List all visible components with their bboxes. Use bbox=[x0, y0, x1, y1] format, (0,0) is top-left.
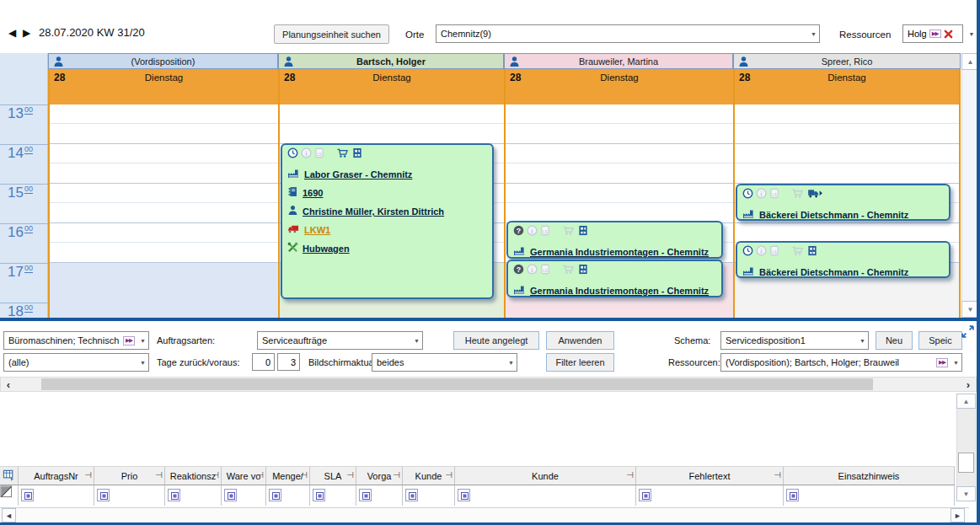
filter-button[interactable] bbox=[97, 489, 110, 501]
cart-icon[interactable] bbox=[562, 224, 576, 239]
more-units-icon[interactable]: ▶▶ bbox=[123, 336, 135, 346]
ls-document-icon[interactable]: LS bbox=[769, 244, 779, 260]
question-icon[interactable]: ? bbox=[513, 224, 524, 239]
filter-leeren-button[interactable]: Filter leeren bbox=[546, 353, 614, 372]
appointment-text[interactable]: Germania Industriemontagen - Chemnitz bbox=[530, 286, 709, 296]
delivery-truck-icon[interactable] bbox=[807, 187, 823, 202]
info-icon[interactable]: i bbox=[527, 224, 538, 239]
machine-icon[interactable] bbox=[352, 147, 362, 162]
pin-icon[interactable]: ⊣ bbox=[256, 470, 264, 479]
filter-button[interactable] bbox=[458, 489, 470, 501]
table-h-scroll-left-button[interactable]: ◄ bbox=[2, 508, 16, 522]
column-header-ware[interactable]: Ware vo⊣ bbox=[222, 466, 266, 485]
more-resources-icon[interactable]: ▶▶ bbox=[929, 29, 941, 39]
day-cell-vordisposition[interactable]: 28Dienstag bbox=[48, 69, 278, 104]
ls-document-icon[interactable]: LS bbox=[540, 224, 550, 239]
h-scroll-left-button[interactable]: ‹ bbox=[2, 378, 15, 391]
filter-button[interactable] bbox=[313, 489, 325, 501]
machine-icon[interactable] bbox=[807, 244, 817, 260]
pin-icon[interactable]: ⊣ bbox=[155, 470, 163, 479]
alle-select[interactable]: (alle) ▼ bbox=[3, 353, 149, 372]
h-scroll-thumb[interactable] bbox=[41, 378, 873, 390]
dropdown-arrow-icon[interactable]: ▼ bbox=[140, 338, 146, 344]
appointment-text[interactable]: Christine Müller, Kirsten Dittrich bbox=[303, 206, 444, 217]
ressourcen2-select[interactable]: (Vordisposition); Bartsch, Holger; Brauw… bbox=[720, 353, 962, 372]
dropdown-arrow-icon[interactable]: ▼ bbox=[953, 360, 959, 366]
table-scroll-down-button[interactable]: ▼ bbox=[956, 486, 976, 501]
filter-button[interactable] bbox=[786, 489, 799, 501]
cart-icon[interactable] bbox=[562, 263, 576, 278]
tage-voraus-input[interactable] bbox=[277, 353, 300, 371]
filter-clear-icon[interactable] bbox=[0, 485, 19, 506]
speichern-button[interactable]: Speic bbox=[918, 331, 962, 350]
dropdown-arrow-icon[interactable]: ▼ bbox=[414, 338, 420, 344]
appointment-text[interactable]: LKW1 bbox=[304, 225, 330, 235]
column-header-sla[interactable]: SLA⊣ bbox=[310, 466, 356, 485]
orte-select[interactable]: Chemnitz(9) ▼ bbox=[436, 24, 820, 43]
filter-button[interactable] bbox=[269, 489, 281, 501]
pin-icon[interactable]: ⊣ bbox=[84, 470, 92, 479]
column-header-vordisposition[interactable]: (Vordisposition) bbox=[48, 53, 278, 69]
column-header-kunde[interactable]: Kunde⊣ bbox=[455, 466, 636, 485]
table-horizontal-scrollbar[interactable] bbox=[0, 507, 969, 523]
pin-icon[interactable]: ⊣ bbox=[626, 470, 634, 479]
filter-button[interactable] bbox=[224, 489, 237, 501]
column-header-reaktionszeit[interactable]: Reaktionsz⊣ bbox=[165, 466, 222, 485]
info-icon[interactable]: i bbox=[756, 187, 767, 202]
question-icon[interactable]: ? bbox=[513, 263, 524, 278]
column-header-kunde_nr[interactable]: Kunde⊣ bbox=[403, 466, 455, 485]
ressourcen-filter-field[interactable]: Holg ▶▶ bbox=[902, 24, 963, 43]
table-vertical-scrollbar[interactable] bbox=[956, 394, 976, 501]
auftragsarten-select[interactable]: Serviceaufträge ▼ bbox=[257, 331, 423, 350]
clock-icon[interactable] bbox=[742, 244, 753, 260]
dropdown-arrow-icon[interactable]: ▼ bbox=[860, 338, 865, 344]
cart-icon[interactable] bbox=[791, 244, 805, 260]
appointment[interactable]: ?iLSGermania Industriemontagen - Chemnit… bbox=[506, 260, 723, 297]
bildschirm-select[interactable]: beides ▼ bbox=[372, 353, 517, 372]
machine-icon[interactable] bbox=[578, 224, 588, 239]
appointment[interactable]: iLSLabor Graser - Chemnitz1690Christine … bbox=[281, 143, 494, 299]
anwenden-button[interactable]: Anwenden bbox=[546, 331, 614, 350]
column-header-fehlertext[interactable]: Fehlertext⊣ bbox=[636, 466, 784, 485]
ressourcen-dropdown-button[interactable]: ▼ bbox=[966, 24, 977, 43]
pin-icon[interactable]: ⊣ bbox=[300, 470, 308, 479]
filter-button[interactable] bbox=[168, 489, 180, 501]
pin-icon[interactable]: ⊣ bbox=[212, 470, 219, 479]
tage-zurueck-input[interactable] bbox=[252, 353, 275, 371]
column-header-spreer[interactable]: Spreer, Rico bbox=[733, 53, 961, 69]
appointment-text[interactable]: 1690 bbox=[303, 188, 323, 198]
remove-resource-icon[interactable] bbox=[944, 29, 953, 39]
pin-icon[interactable]: ⊣ bbox=[445, 470, 453, 479]
appointment[interactable]: iLSBäckerei Dietschmann - Chemnitz bbox=[736, 184, 951, 221]
calendar-column-vordisposition[interactable] bbox=[48, 104, 278, 318]
info-icon[interactable]: i bbox=[756, 244, 767, 260]
info-icon[interactable]: i bbox=[301, 147, 312, 162]
column-header-einsatzhinweis[interactable]: Einsatzhinweis bbox=[784, 466, 955, 485]
expand-panel-icon[interactable] bbox=[961, 324, 975, 339]
prev-day-button[interactable]: ◀ bbox=[8, 27, 16, 39]
filter-button[interactable] bbox=[21, 489, 34, 501]
neu-button[interactable]: Neu bbox=[876, 331, 913, 350]
appointment-text[interactable]: Hubwagen bbox=[303, 244, 350, 254]
machine-icon[interactable] bbox=[578, 263, 588, 278]
appointment-text[interactable]: Labor Graser - Chemnitz bbox=[304, 169, 412, 179]
filter-button[interactable] bbox=[639, 489, 651, 501]
column-header-menge[interactable]: Menge/⊣ bbox=[266, 466, 310, 485]
pin-icon[interactable]: ⊣ bbox=[774, 470, 781, 479]
filter-button[interactable] bbox=[359, 489, 372, 501]
pin-icon[interactable]: ⊣ bbox=[393, 470, 400, 479]
planning-unit-select[interactable]: Büromaschinen; Technisch ▶▶ ▼ bbox=[3, 331, 149, 350]
day-cell-brauweiler[interactable]: 28Dienstag bbox=[504, 69, 733, 104]
day-cell-spreer[interactable]: 28Dienstag bbox=[733, 69, 961, 104]
appointment-text[interactable]: Germania Industriemontagen - Chemnitz bbox=[530, 247, 709, 257]
column-header-vorgabe[interactable]: Vorga⊣ bbox=[356, 466, 403, 485]
cart-icon[interactable] bbox=[336, 147, 350, 162]
column-header-prio[interactable]: Prio⊣ bbox=[94, 466, 165, 485]
ls-document-icon[interactable]: LS bbox=[769, 187, 779, 202]
next-day-button[interactable]: ▶ bbox=[23, 27, 30, 39]
dropdown-arrow-icon[interactable]: ▼ bbox=[811, 31, 817, 37]
appointment[interactable]: iLSBäckerei Dietschmann - Chemnitz bbox=[736, 241, 951, 278]
dropdown-arrow-icon[interactable]: ▼ bbox=[140, 360, 146, 366]
pin-icon[interactable]: ⊣ bbox=[346, 470, 354, 479]
table-h-scroll-right-button[interactable]: ► bbox=[951, 508, 965, 522]
